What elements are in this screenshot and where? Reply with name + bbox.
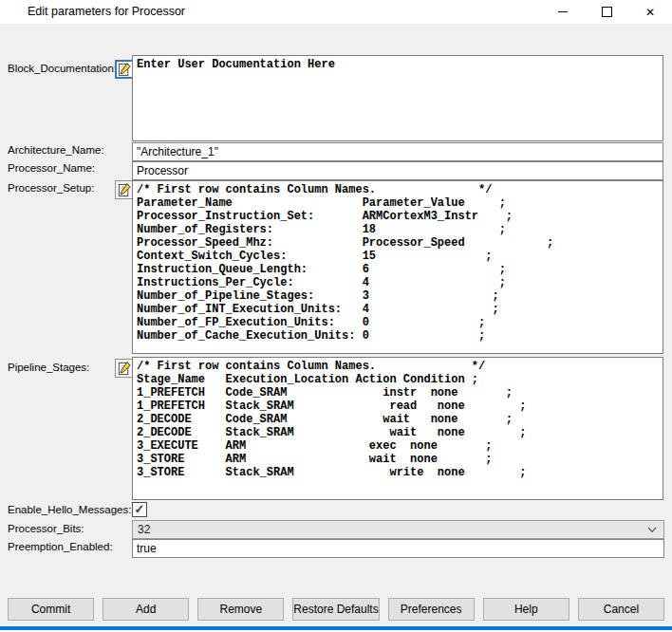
minimize-button[interactable] [541,0,585,24]
remove-button[interactable]: Remove [197,598,284,621]
pipeline-stages-textarea[interactable]: /* First row contains Column Names. */ S… [132,357,663,500]
processor-bits-select[interactable]: 32 [132,520,664,539]
close-button[interactable]: ✕ [628,0,672,24]
edit-processor-setup-button[interactable] [115,180,134,199]
edit-parameters-dialog: Edit parameters for Processor ✕ Block_Do… [0,0,672,632]
pencil-icon [118,63,132,77]
minimize-icon [558,11,568,12]
block-documentation-textarea[interactable]: Enter User Documentation Here [132,55,663,141]
titlebar: Edit parameters for Processor ✕ [0,0,672,24]
processor-bits-value: 32 [138,523,150,536]
help-button[interactable]: Help [483,598,569,621]
preemption-enabled-label: Preemption_Enabled: [8,541,113,552]
enable-hello-messages-checkbox[interactable]: ✓ [132,502,147,517]
close-icon: ✕ [645,7,655,18]
pencil-icon [118,362,132,376]
checkmark-icon: ✓ [135,503,145,515]
processor-name-label: Processor_Name: [8,162,95,174]
processor-setup-label: Processor_Setup: [8,182,94,194]
edit-block-documentation-button[interactable] [115,60,134,79]
commit-button[interactable]: Commit [8,598,94,621]
maximize-icon [602,7,612,17]
dialog-button-row: Commit Add Remove Restore Defaults Prefe… [8,598,664,621]
architecture-name-input[interactable]: "Architecture_1" [132,142,663,161]
edit-pipeline-stages-button[interactable] [115,359,134,378]
dialog-title: Edit parameters for Processor [28,0,185,24]
add-button[interactable]: Add [103,598,189,621]
restore-defaults-button[interactable]: Restore Defaults [292,598,379,621]
architecture-name-label: Architecture_Name: [8,144,104,156]
preemption-enabled-input[interactable]: true [132,539,664,558]
preferences-button[interactable]: Preferences [388,598,475,621]
pencil-icon [118,183,132,197]
processor-setup-textarea[interactable]: /* First row contains Column Names. */ P… [132,180,663,354]
processor-bits-label: Processor_Bits: [8,523,84,534]
enable-hello-messages-label: Enable_Hello_Messages: [8,504,131,515]
cancel-button[interactable]: Cancel [578,598,664,621]
maximize-button[interactable] [585,0,628,24]
pipeline-stages-label: Pipeline_Stages: [8,362,89,373]
chevron-down-icon [647,527,657,533]
block-documentation-label: Block_Documentation: [8,63,117,74]
processor-name-input[interactable]: Processor [132,161,663,180]
